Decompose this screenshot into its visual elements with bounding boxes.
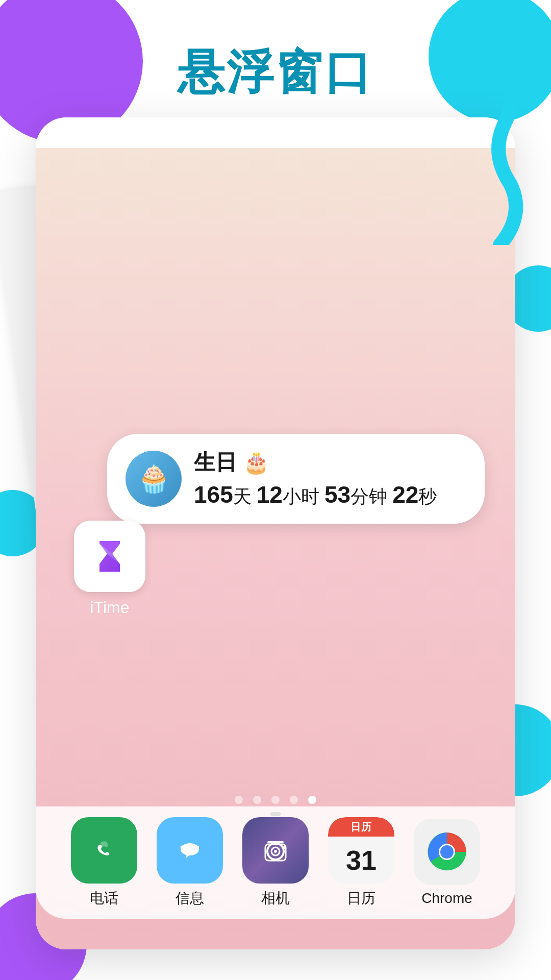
dot-5-active[interactable] [308, 796, 316, 804]
seconds-unit: 秒 [418, 486, 437, 507]
phone-icon-svg [86, 832, 122, 869]
itime-label: iTime [90, 598, 129, 617]
dock-item-messages[interactable]: 信息 [157, 817, 223, 908]
dock-item-phone[interactable]: 电话 [71, 817, 137, 908]
phone-app-icon[interactable] [71, 817, 137, 884]
page-title: 悬浮窗口 [0, 41, 551, 104]
countdown-hours: 12小时 [257, 486, 324, 507]
dock: 电话 信息 [36, 806, 515, 919]
widget-countdown: 165天 12小时 53分钟 22秒 [194, 481, 466, 509]
camera-indicator [270, 812, 281, 816]
dock-item-camera[interactable]: 相机 [242, 817, 309, 908]
itime-icon-svg [87, 533, 133, 579]
dot-3[interactable] [271, 796, 280, 804]
floating-widget[interactable]: 🧁 生日 🎂 165天 12小时 53分钟 22秒 [107, 434, 485, 524]
messages-app-icon[interactable] [157, 817, 223, 884]
countdown-days: 165天 [194, 486, 257, 507]
dot-4[interactable] [290, 796, 298, 804]
dock-item-chrome[interactable]: Chrome [414, 819, 480, 906]
days-number: 165 [194, 481, 233, 508]
minutes-unit: 分钟 [350, 486, 387, 507]
calendar-app-icon[interactable]: 日历 31 [328, 817, 394, 884]
svg-rect-4 [267, 841, 284, 843]
phone-top-bar [36, 117, 515, 148]
widget-title: 生日 🎂 [194, 448, 466, 477]
camera-icon-svg [255, 830, 296, 871]
days-unit: 天 [233, 486, 252, 507]
dot-1[interactable] [235, 796, 243, 804]
messages-icon-svg [171, 832, 208, 869]
seconds-number: 22 [392, 481, 418, 508]
itime-icon[interactable] [74, 521, 145, 592]
itime-app-container[interactable]: iTime [74, 521, 145, 617]
svg-point-3 [274, 850, 277, 853]
chrome-label: Chrome [421, 890, 472, 906]
camera-app-icon[interactable] [242, 817, 309, 884]
dock-item-calendar[interactable]: 日历 31 日历 [328, 817, 394, 908]
messages-label: 信息 [176, 889, 204, 908]
page-dots [36, 796, 515, 804]
countdown-minutes: 53分钟 [324, 486, 392, 507]
widget-avatar-emoji: 🧁 [126, 451, 182, 507]
widget-avatar: 🧁 [126, 451, 182, 507]
chrome-icon-svg [424, 829, 470, 875]
countdown-seconds: 22秒 [392, 486, 437, 507]
svg-point-9 [440, 845, 454, 859]
svg-point-6 [283, 846, 286, 849]
camera-label: 相机 [261, 889, 290, 908]
phone-mockup: 🧁 生日 🎂 165天 12小时 53分钟 22秒 [36, 117, 515, 949]
hours-unit: 小时 [283, 486, 319, 507]
dot-2[interactable] [253, 796, 261, 804]
calendar-label: 日历 [347, 889, 375, 908]
calendar-date: 31 [346, 844, 377, 876]
title-area: 悬浮窗口 [0, 41, 551, 104]
hours-number: 12 [257, 481, 283, 508]
phone-label: 电话 [90, 889, 118, 908]
phone-screen: 🧁 生日 🎂 165天 12小时 53分钟 22秒 [36, 117, 515, 949]
chrome-app-icon[interactable] [414, 819, 480, 885]
widget-text: 生日 🎂 165天 12小时 53分钟 22秒 [194, 448, 466, 509]
minutes-number: 53 [324, 481, 350, 508]
